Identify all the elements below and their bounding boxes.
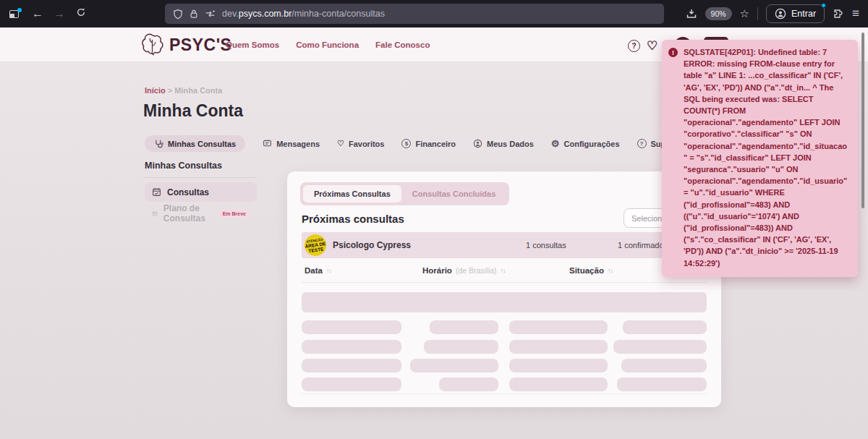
tab-financeiro[interactable]: $ Financeiro xyxy=(401,139,456,148)
sort-icon[interactable]: ↑↓ xyxy=(501,267,506,274)
reload-glyph xyxy=(76,7,86,17)
skeleton-bar xyxy=(509,378,608,391)
column-label: Situação xyxy=(569,266,604,275)
header-nav: Quem Somos Como Funciona Fale Conosco xyxy=(226,41,430,49)
column-header-situacao[interactable]: Situação ↑↓ xyxy=(569,266,613,275)
lock-icon[interactable] xyxy=(190,9,198,19)
skeleton-bar xyxy=(509,340,608,354)
column-header-horario[interactable]: Horário (de Brasília) ↑↓ xyxy=(422,266,506,275)
skeleton-bar xyxy=(621,359,707,372)
skeleton-bar xyxy=(509,320,608,334)
favorites-heart-icon[interactable]: ♡ xyxy=(647,40,658,52)
segment-consultas-concluidas[interactable]: Consultas Concluídas xyxy=(401,185,507,203)
calendar-check-icon xyxy=(152,187,161,197)
tab-meus-dados[interactable]: Meus Dados xyxy=(473,139,534,148)
url-domain: psycs.com.br xyxy=(239,9,292,19)
skeleton-bar xyxy=(302,359,401,372)
tab-label: Minhas Consultas xyxy=(168,140,236,148)
breadcrumb-home-link[interactable]: Início xyxy=(145,86,166,95)
tab-label: Financeiro xyxy=(415,140,456,148)
nav-link-quem-somos[interactable]: Quem Somos xyxy=(226,41,279,49)
skeleton-bar xyxy=(430,320,498,334)
table-bottom-divider xyxy=(302,393,707,394)
toolbar-divider xyxy=(757,7,758,20)
browser-toolbar: ← → dev.psycs.com.br/minha-conta/consult… xyxy=(0,0,868,27)
consultas-panel: Próximas Consultas Consultas Concluídas … xyxy=(287,171,721,407)
shield-icon[interactable] xyxy=(173,9,183,20)
sort-icon[interactable]: ↑↓ xyxy=(608,267,613,274)
breadcrumb-current: Minha Conta xyxy=(174,86,222,95)
section-heading: Próximas consultas xyxy=(302,213,404,225)
skeleton-bar xyxy=(302,292,707,312)
account-notification-dot xyxy=(821,3,826,8)
gear-icon: ⚙ xyxy=(551,139,560,148)
help-icon[interactable]: ? xyxy=(628,40,640,52)
nav-link-como-funciona[interactable]: Como Funciona xyxy=(296,41,359,49)
tab-minhas-consultas[interactable]: Minhas Consultas xyxy=(145,135,245,152)
skeleton-bar xyxy=(302,378,401,391)
tab-configuracoes[interactable]: ⚙ Configurações xyxy=(551,139,620,148)
skeleton-bar xyxy=(302,340,401,354)
site-permissions-icon[interactable] xyxy=(205,9,216,19)
account-person-icon xyxy=(775,8,786,20)
column-header-data[interactable]: Data ↑↓ xyxy=(305,266,331,275)
skeleton-bar xyxy=(613,340,707,354)
em-breve-badge: Em Breve xyxy=(219,210,250,218)
tab-label: Mensagens xyxy=(276,140,320,148)
menu-hamburger-icon[interactable]: ≡ xyxy=(852,7,859,21)
sidebar-divider xyxy=(145,177,257,178)
column-label: Horário xyxy=(422,266,452,275)
url-path: /minha-conta/consultas xyxy=(292,9,385,19)
segment-proximas-consultas[interactable]: Próximas Consultas xyxy=(303,185,401,203)
sidebar-item-label: Consultas xyxy=(167,187,209,197)
account-signin-button[interactable]: Entrar xyxy=(766,4,825,23)
error-icon: ! xyxy=(668,48,678,57)
table-header: Data ↑↓ Horário (de Brasília) ↑↓ Situaçã… xyxy=(302,264,707,283)
sort-icon[interactable]: ↑↓ xyxy=(326,267,331,274)
page-scrollbar-thumb[interactable] xyxy=(861,33,864,208)
back-icon[interactable]: ← xyxy=(30,7,45,20)
heart-icon: ♡ xyxy=(337,139,344,148)
provider-row[interactable]: ATENÇÃO ÁREA DE TESTE Psicologo Cypress … xyxy=(302,232,707,258)
stamp-line: TESTE xyxy=(308,246,324,253)
reload-icon[interactable] xyxy=(74,7,88,20)
error-toast-message: SQLSTATE[42P01]: Undefined table: 7 ERRO… xyxy=(684,46,849,269)
zoom-level-indicator[interactable]: 90% xyxy=(705,7,732,20)
skeleton-bar xyxy=(509,359,608,372)
stethoscope-icon xyxy=(154,139,163,148)
extensions-icon[interactable] xyxy=(833,8,844,20)
nav-link-fale-conosco[interactable]: Fale Conosco xyxy=(375,41,430,49)
tab-label: Favoritos xyxy=(349,140,385,148)
consultas-segmented-tabs: Próximas Consultas Consultas Concluídas xyxy=(300,182,509,205)
toolbar-right-group: 90% ☆ Entrar ≡ xyxy=(686,4,859,23)
tab-label: Configurações xyxy=(564,140,620,148)
skeleton-bar xyxy=(617,378,707,391)
sidebar-item-consultas[interactable]: Consultas xyxy=(145,182,257,202)
column-hint: (de Brasília) xyxy=(456,266,497,275)
skeleton-bar xyxy=(302,320,401,334)
tab-favoritos[interactable]: ♡ Favoritos xyxy=(337,139,384,148)
message-icon xyxy=(263,139,272,148)
error-toast[interactable]: ! SQLSTATE[42P01]: Undefined table: 7 ER… xyxy=(662,40,858,277)
browser-tab-icon[interactable] xyxy=(9,8,22,20)
sidebar-item-plano-de-consultas[interactable]: Plano de Consultas Em Breve xyxy=(145,204,257,223)
skeleton-bar xyxy=(410,359,498,372)
sidebar-heading: Minhas Consultas xyxy=(145,161,222,171)
page-title: Minha Conta xyxy=(143,101,243,121)
url-prefix: dev. xyxy=(222,9,239,19)
downloads-icon[interactable] xyxy=(686,8,697,20)
column-label: Data xyxy=(305,266,323,275)
brand[interactable]: PSYC'S xyxy=(140,32,231,58)
url-text[interactable]: dev.psycs.com.br/minha-conta/consultas xyxy=(222,9,385,19)
breadcrumb-separator: > xyxy=(168,86,172,95)
skeleton-bar xyxy=(439,378,498,391)
bookmark-star-icon[interactable]: ☆ xyxy=(740,7,749,20)
forward-icon[interactable]: → xyxy=(52,7,67,20)
tab-mensagens[interactable]: Mensagens xyxy=(263,139,320,148)
skeleton-bar xyxy=(424,340,498,354)
test-area-avatar: ATENÇÃO ÁREA DE TESTE xyxy=(303,233,328,257)
question-circle-icon: ? xyxy=(637,139,647,148)
account-signin-label: Entrar xyxy=(791,9,816,19)
window-pane-icon xyxy=(9,14,14,18)
url-bar[interactable]: dev.psycs.com.br/minha-conta/consultas xyxy=(165,4,664,24)
